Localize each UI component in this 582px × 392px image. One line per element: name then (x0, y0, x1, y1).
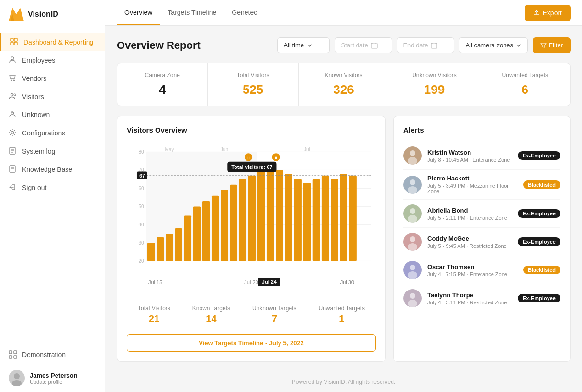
alert-info: Pierre Hackett July 5 - 3:49 PM · Mezzan… (427, 175, 517, 194)
svg-point-9 (11, 94, 13, 96)
alert-item: Kristin Watson July 8 - 10:45 AM · Enter… (403, 142, 560, 170)
svg-point-10 (14, 94, 16, 96)
alert-detail: July 5 - 2:11 PM · Enterance Zone (427, 215, 512, 221)
export-button[interactable]: Export (525, 5, 571, 21)
alert-name: Taelynn Thorpe (427, 291, 512, 299)
svg-rect-61[interactable] (267, 167, 274, 261)
svg-point-93 (410, 265, 415, 270)
tab-genetec[interactable]: Genetec (224, 0, 265, 25)
svg-rect-55[interactable] (212, 196, 219, 261)
sidebar-item-dashboard[interactable]: Dashboard & Reporting (0, 33, 105, 51)
sidebar-item-employees[interactable]: Employees (0, 51, 105, 69)
alert-item: Taelynn Thorpe July 4 - 3:11 PM · Restri… (403, 284, 560, 312)
svg-text:50: 50 (138, 204, 144, 209)
grid-icon (9, 350, 17, 359)
svg-text:Jul: Jul (304, 147, 310, 152)
svg-point-96 (410, 293, 415, 299)
alert-detail: July 4 - 7:15 PM · Enterance Zone (427, 271, 517, 277)
sidebar-item-sign-out[interactable]: Sign out (0, 179, 105, 197)
filter-button[interactable]: Filter (533, 37, 571, 53)
svg-rect-69[interactable] (340, 174, 347, 261)
svg-rect-50[interactable] (166, 234, 173, 261)
svg-text:May: May (165, 147, 174, 152)
sidebar-item-vendors[interactable]: Vendors (0, 69, 105, 88)
alert-detail: July 4 - 3:11 PM · Restricted Zone (427, 300, 512, 305)
svg-point-84 (410, 179, 415, 185)
svg-rect-66[interactable] (313, 179, 320, 261)
svg-rect-4 (11, 42, 13, 45)
svg-marker-0 (9, 8, 24, 21)
chevron-down-icon (307, 43, 313, 48)
tab-overview[interactable]: Overview (117, 0, 160, 25)
user-sub: Update profile (30, 379, 78, 385)
svg-rect-64[interactable] (294, 179, 302, 261)
svg-rect-68[interactable] (331, 179, 338, 261)
alert-name: Oscar Thomsen (427, 263, 517, 270)
start-date-input[interactable]: Start date (335, 37, 392, 53)
alert-avatar (403, 204, 422, 223)
alert-badge: Ex-Employee (518, 237, 560, 246)
time-filter[interactable]: All time (277, 37, 330, 53)
svg-text:60: 60 (138, 186, 144, 191)
user-profile[interactable]: James Peterson Update profile (0, 364, 105, 392)
alert-item: Coddy McGee July 5 - 9:45 AM · Restricte… (403, 228, 560, 256)
sidebar-item-demonstration[interactable]: Demonstration (0, 346, 105, 364)
svg-rect-53[interactable] (193, 206, 201, 261)
configurations-icon (9, 129, 17, 137)
svg-rect-58[interactable] (239, 179, 246, 261)
alert-name: Pierre Hackett (427, 175, 517, 182)
alert-detail: July 8 - 10:45 AM · Enterance Zone (427, 157, 512, 163)
svg-rect-63[interactable] (285, 174, 292, 261)
svg-text:80: 80 (138, 149, 144, 155)
svg-rect-49[interactable] (157, 237, 164, 261)
vendors-icon (9, 74, 17, 83)
svg-text:30: 30 (138, 240, 144, 246)
bar-chart: 20304050607080MayJunJulTotal visitors: 6… (127, 142, 376, 276)
unknown-icon (9, 111, 17, 119)
svg-rect-65[interactable] (303, 183, 311, 261)
svg-point-90 (410, 236, 415, 242)
svg-rect-70[interactable] (349, 176, 357, 261)
svg-rect-23 (9, 356, 12, 358)
svg-rect-57[interactable] (230, 185, 237, 261)
svg-rect-48[interactable] (147, 243, 155, 261)
chart-stat-unwanted-targets: Unwanted Targets1 (318, 305, 365, 325)
upload-icon (533, 10, 540, 16)
alert-item: Oscar Thomsen July 4 - 7:15 PM · Enteran… (403, 256, 560, 284)
svg-rect-56[interactable] (221, 190, 228, 261)
svg-rect-59[interactable] (248, 176, 256, 261)
svg-rect-27 (371, 43, 377, 48)
svg-point-94 (408, 271, 417, 279)
main: OverviewTargets TimelineGenetec Export O… (105, 0, 582, 392)
sidebar-item-knowledge-base[interactable]: Knowledge Base (0, 160, 105, 179)
svg-rect-54[interactable] (202, 201, 210, 261)
sidebar-item-unknown[interactable]: Unknown (0, 106, 105, 124)
svg-rect-60[interactable] (257, 170, 265, 261)
tab-targets-timeline[interactable]: Targets Timeline (160, 0, 224, 25)
svg-rect-62[interactable] (276, 170, 283, 261)
svg-rect-67[interactable] (322, 176, 329, 261)
alert-info: Abriella Bond July 5 - 2:11 PM · Enteran… (427, 207, 512, 221)
sidebar-item-system-log[interactable]: System log (0, 142, 105, 160)
logo-text: VisionID (28, 10, 58, 19)
chart-stats: Total Visitors21Known Targets14Unknown T… (127, 299, 376, 328)
user-name: James Peterson (30, 372, 78, 379)
svg-point-85 (408, 186, 417, 194)
stat-unknown-visitors: Unknown Visitors199 (389, 63, 480, 106)
svg-point-25 (14, 373, 20, 379)
sidebar-item-configurations[interactable]: Configurations (0, 124, 105, 142)
visitors-icon (9, 92, 17, 101)
alert-info: Taelynn Thorpe July 4 - 3:11 PM · Restri… (427, 291, 512, 305)
svg-rect-52[interactable] (184, 215, 192, 261)
content: Overview Report All time Start date End … (105, 26, 582, 372)
end-date-input[interactable]: End date (397, 37, 454, 53)
sidebar-item-visitors[interactable]: Visitors (0, 88, 105, 106)
nav: Dashboard & ReportingEmployeesVendorsVis… (0, 29, 105, 346)
svg-rect-51[interactable] (175, 228, 182, 261)
camera-zone-select[interactable]: All camera zones (459, 37, 528, 53)
svg-point-91 (408, 243, 417, 251)
logo[interactable]: VisionID (0, 0, 105, 29)
demo-label: Demonstration (22, 351, 66, 358)
alert-detail: July 5 - 3:49 PM · Mezzanine Floor Zone (427, 183, 517, 194)
view-timeline-button[interactable]: View Targets Timeline - July 5, 2022 (127, 334, 376, 352)
